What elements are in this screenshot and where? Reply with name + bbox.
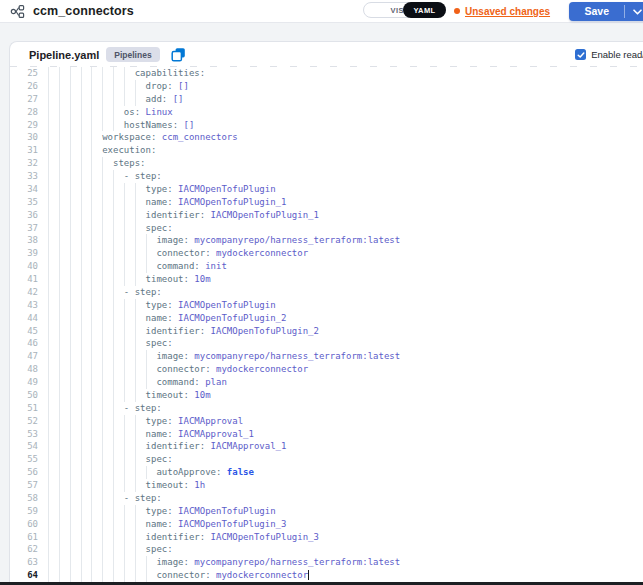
enable-read-checkbox[interactable] <box>575 49 586 60</box>
code-line[interactable]: 29 hostNames: [] <box>10 119 643 132</box>
code-line[interactable]: 50 timeout: 10m <box>10 389 643 402</box>
code-text[interactable]: - step: <box>48 170 162 183</box>
code-line[interactable]: 54 identifier: IACMApproval_1 <box>10 440 643 453</box>
code-line[interactable]: 55 spec: <box>10 453 643 466</box>
code-line[interactable]: 39 connector: mydockerconnector <box>10 247 643 260</box>
code-text[interactable]: hostNames: [] <box>48 119 194 132</box>
code-line[interactable]: 57 timeout: 1h <box>10 479 643 492</box>
code-text[interactable]: add: [] <box>48 93 184 106</box>
code-text[interactable]: os: Linux <box>48 106 173 119</box>
code-line[interactable]: 32 steps: <box>10 157 643 170</box>
unsaved-dot-icon <box>454 8 460 14</box>
code-text[interactable]: spec: <box>48 453 173 466</box>
code-text[interactable]: identifier: IACMOpenTofuPlugin_3 <box>48 531 319 544</box>
code-line[interactable]: 45 identifier: IACMOpenTofuPlugin_2 <box>10 325 643 338</box>
line-number: 56 <box>10 466 38 479</box>
code-text[interactable]: timeout: 10m <box>48 389 211 402</box>
pipeline-name-title: ccm_connectors <box>33 4 134 18</box>
unsaved-changes-link[interactable]: Unsaved changes <box>465 6 550 17</box>
unsaved-changes: Unsaved changes <box>454 0 550 22</box>
code-text[interactable]: spec: <box>48 222 173 235</box>
code-text[interactable]: spec: <box>48 337 173 350</box>
code-line[interactable]: 58 - step: <box>10 492 643 505</box>
code-line[interactable]: 51 - step: <box>10 402 643 415</box>
code-line[interactable]: 28 os: Linux <box>10 106 643 119</box>
code-text[interactable]: connector: mydockerconnector <box>48 569 309 582</box>
code-text[interactable]: command: init <box>48 260 227 273</box>
code-line[interactable]: 53 name: IACMApproval_1 <box>10 428 643 441</box>
code-text[interactable]: - step: <box>48 402 162 415</box>
code-line[interactable]: 52 type: IACMApproval <box>10 415 643 428</box>
code-text[interactable]: name: IACMApproval_1 <box>48 428 254 441</box>
checkmark-icon <box>577 51 585 59</box>
code-text[interactable]: connector: mydockerconnector <box>48 363 308 376</box>
code-line[interactable]: 26 drop: [] <box>10 80 643 93</box>
code-line[interactable]: 64 connector: mydockerconnector <box>10 569 643 582</box>
code-text[interactable]: timeout: 1h <box>48 479 205 492</box>
code-line[interactable]: 59 type: IACMOpenTofuPlugin <box>10 505 643 518</box>
code-text[interactable]: name: IACMOpenTofuPlugin_1 <box>48 196 286 209</box>
code-line[interactable]: 31 execution: <box>10 144 643 157</box>
code-line[interactable]: 34 type: IACMOpenTofuPlugin <box>10 183 643 196</box>
code-line[interactable]: 35 name: IACMOpenTofuPlugin_1 <box>10 196 643 209</box>
code-text[interactable]: drop: [] <box>48 80 189 93</box>
line-number: 49 <box>10 376 38 389</box>
code-text[interactable]: name: IACMOpenTofuPlugin_3 <box>48 518 286 531</box>
code-line[interactable]: 46 spec: <box>10 337 643 350</box>
code-line[interactable]: 43 type: IACMOpenTofuPlugin <box>10 299 643 312</box>
code-line[interactable]: 42 - step: <box>10 286 643 299</box>
code-line[interactable]: 33 - step: <box>10 170 643 183</box>
code-text[interactable]: image: mycompanyrepo/harness_terraform:l… <box>48 234 400 247</box>
code-line[interactable]: 30 workspace: ccm_connectors <box>10 131 643 144</box>
code-line[interactable]: 47 image: mycompanyrepo/harness_terrafor… <box>10 350 643 363</box>
code-text[interactable]: execution: <box>48 144 156 157</box>
code-text[interactable]: - step: <box>48 286 162 299</box>
code-line[interactable]: 27 add: [] <box>10 93 643 106</box>
code-text[interactable]: capabilities: <box>48 67 205 80</box>
code-text[interactable]: type: IACMOpenTofuPlugin <box>48 183 276 196</box>
code-text[interactable]: command: plan <box>48 376 227 389</box>
code-text[interactable]: type: IACMOpenTofuPlugin <box>48 299 276 312</box>
code-line[interactable]: 63 image: mycompanyrepo/harness_terrafor… <box>10 556 643 569</box>
code-area[interactable]: 25 capabilities:26 drop: []27 add: []28 … <box>10 67 643 582</box>
code-text[interactable]: connector: mydockerconnector <box>48 247 308 260</box>
code-text[interactable]: type: IACMOpenTofuPlugin <box>48 505 276 518</box>
copy-icon[interactable] <box>171 47 186 62</box>
code-text[interactable]: type: IACMApproval <box>48 415 243 428</box>
code-text[interactable]: - step: <box>48 492 162 505</box>
code-text[interactable]: identifier: IACMOpenTofuPlugin_1 <box>48 209 319 222</box>
visual-yaml-toggle[interactable]: VISUAL YAML <box>363 2 446 18</box>
code-line[interactable]: 44 name: IACMOpenTofuPlugin_2 <box>10 312 643 325</box>
code-line[interactable]: 62 spec: <box>10 543 643 556</box>
line-number: 38 <box>10 234 38 247</box>
code-line[interactable]: 36 identifier: IACMOpenTofuPlugin_1 <box>10 209 643 222</box>
code-text[interactable]: timeout: 10m <box>48 273 211 286</box>
code-text[interactable]: image: mycompanyrepo/harness_terraform:l… <box>48 350 400 363</box>
code-line[interactable]: 56 autoApprove: false <box>10 466 643 479</box>
code-line[interactable]: 48 connector: mydockerconnector <box>10 363 643 376</box>
code-text[interactable]: image: mycompanyrepo/harness_terraform:l… <box>48 556 400 569</box>
code-text[interactable]: spec: <box>48 543 173 556</box>
code-line[interactable]: 49 command: plan <box>10 376 643 389</box>
line-number: 36 <box>10 209 38 222</box>
code-text[interactable]: identifier: IACMApproval_1 <box>48 440 286 453</box>
code-line[interactable]: 40 command: init <box>10 260 643 273</box>
save-button[interactable]: Save <box>569 2 624 21</box>
code-line[interactable]: 25 capabilities: <box>10 67 643 80</box>
code-line[interactable]: 41 timeout: 10m <box>10 273 643 286</box>
code-line[interactable]: 38 image: mycompanyrepo/harness_terrafor… <box>10 234 643 247</box>
code-line[interactable]: 61 identifier: IACMOpenTofuPlugin_3 <box>10 531 643 544</box>
line-number: 46 <box>10 337 38 350</box>
line-number: 51 <box>10 402 38 415</box>
code-text[interactable]: steps: <box>48 157 146 170</box>
code-line[interactable]: 60 name: IACMOpenTofuPlugin_3 <box>10 518 643 531</box>
line-number: 64 <box>10 569 38 582</box>
code-line[interactable]: 37 spec: <box>10 222 643 235</box>
line-number: 40 <box>10 260 38 273</box>
code-text[interactable]: workspace: ccm_connectors <box>48 131 238 144</box>
code-text[interactable]: identifier: IACMOpenTofuPlugin_2 <box>48 325 319 338</box>
toggle-yaml-option[interactable]: YAML <box>403 2 446 18</box>
code-text[interactable]: autoApprove: false <box>48 466 254 479</box>
save-options-button[interactable] <box>625 2 643 21</box>
code-text[interactable]: name: IACMOpenTofuPlugin_2 <box>48 312 286 325</box>
